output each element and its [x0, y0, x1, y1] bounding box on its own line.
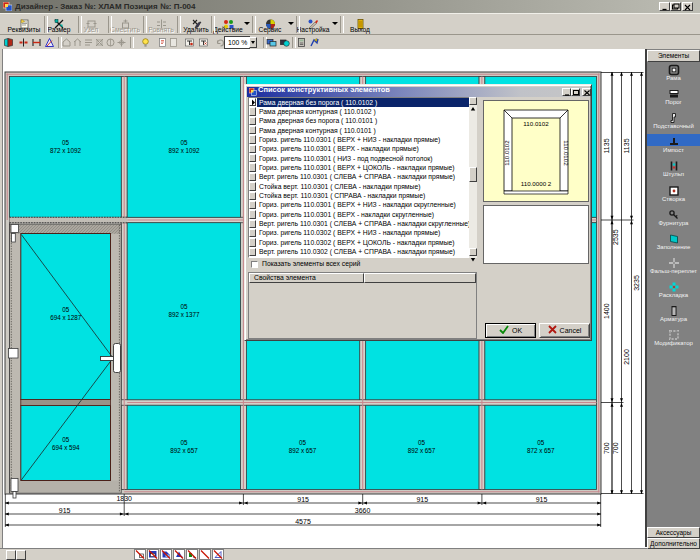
svg-text:2100: 2100 [623, 349, 630, 365]
svg-text:05: 05 [537, 439, 545, 446]
svg-text:1830: 1830 [116, 495, 132, 502]
svg-text:892 x 1377: 892 x 1377 [168, 311, 200, 318]
svg-text:892 x 657: 892 x 657 [289, 447, 317, 454]
svg-text:05: 05 [62, 139, 70, 146]
svg-text:700: 700 [613, 442, 620, 454]
svg-text:05: 05 [418, 439, 426, 446]
svg-text:694 x 594: 694 x 594 [52, 444, 80, 451]
svg-text:3235: 3235 [633, 275, 640, 291]
svg-text:1400: 1400 [603, 303, 610, 319]
svg-text:110.0102: 110.0102 [503, 140, 510, 166]
svg-text:872 x 657: 872 x 657 [527, 447, 555, 454]
svg-text:892 x 657: 892 x 657 [170, 447, 198, 454]
svg-text:872 x 1092: 872 x 1092 [50, 147, 82, 154]
svg-text:110.0102: 110.0102 [523, 120, 549, 127]
svg-text:915: 915 [297, 496, 309, 503]
svg-text:05: 05 [180, 139, 188, 146]
svg-text:915: 915 [536, 496, 548, 503]
svg-text:3660: 3660 [355, 507, 371, 514]
svg-text:892 x 657: 892 x 657 [408, 447, 436, 454]
svg-text:110.0102: 110.0102 [563, 140, 570, 166]
svg-text:4575: 4575 [295, 518, 311, 525]
svg-text:05: 05 [180, 303, 188, 310]
svg-text:05: 05 [180, 439, 188, 446]
svg-text:110.0000 2: 110.0000 2 [521, 180, 552, 187]
svg-text:05: 05 [62, 306, 70, 313]
svg-text:700: 700 [603, 442, 610, 454]
svg-text:915: 915 [416, 496, 428, 503]
svg-text:892 x 1092: 892 x 1092 [168, 147, 200, 154]
svg-text:1135: 1135 [623, 138, 630, 153]
svg-text:694 x 1287: 694 x 1287 [50, 314, 82, 321]
svg-text:05: 05 [62, 436, 70, 443]
svg-text:1135: 1135 [603, 138, 610, 153]
svg-text:915: 915 [59, 507, 71, 514]
svg-text:05: 05 [299, 439, 307, 446]
svg-text:2535: 2535 [613, 229, 620, 245]
